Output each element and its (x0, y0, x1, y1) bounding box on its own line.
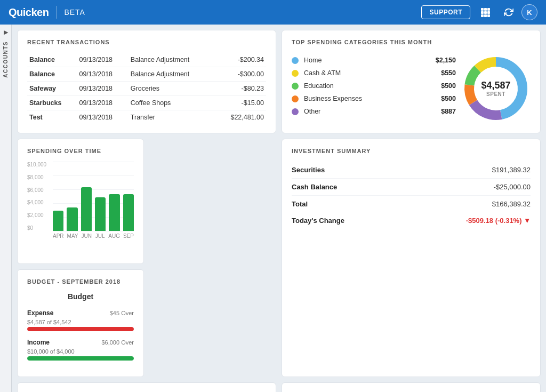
today-change-row: Today's Change -$509.18 (-0.31%) ▼ (292, 212, 531, 229)
bar-group (95, 197, 106, 231)
income-sub: $10,000 of $4,000 (27, 348, 134, 355)
tx-name: Balance (27, 53, 77, 67)
table-row: Safeway 09/13/2018 Groceries -$80.23 (27, 82, 266, 96)
svg-rect-6 (481, 14, 484, 17)
tx-name: Test (27, 110, 77, 125)
investment-summary-rows: Securities $191,389.32 Cash Balance -$25… (292, 162, 531, 212)
app-logo: Quicken (9, 6, 49, 19)
spending-inner: Home $2,150 Cash & ATM $550 Education $5… (292, 53, 531, 124)
tx-category: Coffee Shops (129, 96, 215, 110)
investment-movers-card: INVESTMENT TOP MOVERS BY SECURITY Apple … (282, 382, 541, 392)
svg-rect-1 (484, 8, 487, 11)
y-axis-label: $6,000 (27, 187, 46, 193)
budget-title: BUDGET - SEPTEMBER 2018 (27, 278, 134, 285)
legend-item: Business Expenses $500 (292, 95, 456, 102)
user-avatar[interactable]: K (521, 4, 537, 20)
donut-amount: $4,587 (481, 80, 510, 91)
tx-category: Groceries (129, 82, 215, 96)
tx-amount: -$300.00 (215, 67, 266, 82)
bar-group (81, 187, 92, 231)
grid-icon (480, 7, 490, 17)
inv-row-label: Securities (292, 166, 325, 174)
tx-name: Balance (27, 67, 77, 82)
budget-subtitle: Budget (27, 292, 134, 301)
legend-label: Other (304, 108, 441, 115)
investment-summary-title: INVESTMENT SUMMARY (292, 148, 531, 154)
income-bar-fill (27, 356, 134, 361)
tx-category: Balance Adjustment (129, 53, 215, 67)
bar-month-label: JUL (95, 233, 105, 239)
legend-label: Business Expenses (304, 95, 441, 102)
investment-summary-card: INVESTMENT SUMMARY Securities $191,389.3… (282, 139, 541, 377)
today-change-value: -$509.18 (-0.31%) ▼ (466, 217, 531, 225)
y-axis-label: $4,000 (27, 199, 46, 205)
legend-label: Cash & ATM (304, 69, 441, 77)
budget-expense-row: Expense $45 Over $4,587 of $4,542 (27, 309, 134, 331)
bar-group (109, 194, 119, 231)
bar-month-label: SEP (123, 233, 134, 239)
bar-month-label: AUG (108, 233, 120, 239)
legend-item: Education $500 (292, 82, 456, 90)
donut-segment (473, 102, 501, 115)
today-change-arrow: ▼ (524, 217, 531, 225)
svg-rect-8 (487, 14, 490, 17)
row2-left: BUDGET - SEPTEMBER 2018 Budget Expense $… (17, 139, 276, 377)
today-change-text: -$509.18 (-0.31%) (466, 217, 522, 225)
legend-value: $500 (441, 95, 456, 102)
bar-month-label: APR (53, 233, 64, 239)
tx-date: 09/13/2018 (77, 82, 128, 96)
accounts-label[interactable]: ACCOUNTS (3, 38, 9, 81)
table-row: Balance 09/13/2018 Balance Adjustment -$… (27, 67, 266, 82)
bar (109, 194, 119, 231)
support-button[interactable]: SUPPORT (421, 5, 470, 19)
budget-income-row: Income $6,000 Over $10,000 of $4,000 (27, 339, 134, 361)
y-axis-label: $8,000 (27, 174, 46, 180)
net-income-card: NET INCOME OVER TIME $6,000$4,000$2,000$… (17, 382, 276, 392)
bar (67, 207, 77, 231)
expense-bar-bg (27, 327, 134, 331)
grid-icon-button[interactable] (477, 4, 494, 21)
income-bar-bg (27, 356, 134, 361)
recent-transactions-title: RECENT TRANSACTIONS (27, 39, 266, 45)
grid-line (53, 231, 134, 231)
bar (123, 194, 134, 231)
tx-category: Transfer (129, 110, 215, 125)
sidebar-arrow[interactable]: ▶ (4, 29, 8, 36)
tx-date: 09/13/2018 (77, 53, 128, 67)
refresh-icon-button[interactable] (500, 4, 517, 21)
svg-rect-7 (484, 14, 487, 17)
legend-dot (292, 70, 299, 77)
inv-row-label: Total (292, 200, 308, 208)
tx-amount: -$15.00 (215, 96, 266, 110)
investment-summary-row: Total $166,389.32 (292, 196, 531, 212)
bar-group (123, 194, 134, 231)
budget-card: BUDGET - SEPTEMBER 2018 Budget Expense $… (17, 269, 144, 377)
legend-dot (292, 108, 299, 115)
legend-dot (292, 95, 299, 102)
main-content: RECENT TRANSACTIONS Balance 09/13/2018 B… (12, 25, 546, 392)
refresh-icon (504, 7, 513, 17)
svg-rect-2 (487, 8, 490, 11)
legend-value: $887 (441, 108, 456, 115)
inv-row-value: $166,389.32 (492, 200, 531, 208)
today-change-label: Today's Change (292, 217, 344, 225)
legend-dot (292, 83, 299, 90)
recent-transactions-card: RECENT TRANSACTIONS Balance 09/13/2018 B… (17, 30, 276, 133)
tx-amount: -$200.34 (215, 53, 266, 67)
bar-month-label: JUN (82, 233, 92, 239)
spending-time-card: SPENDING OVER TIME $10,000$8,000$6,000$4… (17, 139, 144, 264)
inv-row-value: -$25,000.00 (494, 183, 531, 191)
tx-date: 09/13/2018 (77, 110, 128, 125)
tx-amount: $22,481.00 (215, 110, 266, 125)
svg-rect-3 (481, 11, 484, 14)
y-axis-label: $0 (27, 225, 46, 231)
expense-bar-fill (27, 327, 134, 331)
donut-segment (469, 85, 473, 102)
sidebar: ▶ ACCOUNTS (0, 25, 12, 392)
inv-row-label: Cash Balance (292, 183, 337, 191)
legend-item: Other $887 (292, 108, 456, 115)
svg-rect-4 (484, 11, 487, 14)
table-row: Starbucks 09/13/2018 Coffee Shops -$15.0… (27, 96, 266, 110)
expense-over: $45 Over (110, 310, 134, 316)
beta-label: BETA (64, 8, 85, 17)
